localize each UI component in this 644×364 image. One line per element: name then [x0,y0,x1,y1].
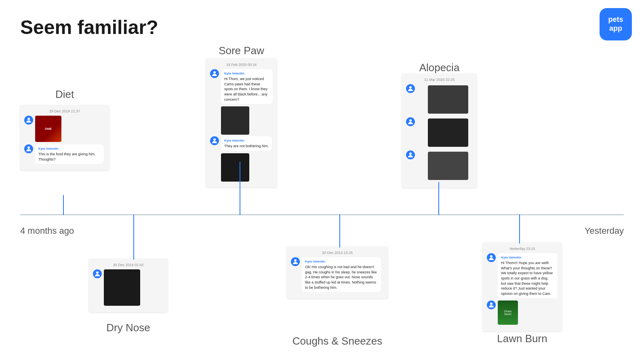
svg-point-8 [294,259,297,262]
svg-point-0 [27,118,30,120]
alopecia-row3 [406,150,473,181]
lawn-burn-label: Lawn Burn [483,332,562,345]
alopecia-img1 [428,85,468,114]
alopecia-timestamp: 11 Mar 2020 22:25 [406,78,473,82]
alopecia-connector [438,182,439,215]
svg-point-3 [213,138,216,141]
svg-point-4 [409,86,412,89]
timeline-line [20,214,624,215]
coughs-sneezes-avatar [291,257,300,266]
timeline-label-left: 4 months ago [20,226,74,236]
diet-avatar [24,116,33,125]
alopecia-row1 [406,84,473,115]
sore-paw-bubble: Kyla Valentin Hi Thom, we just noticed C… [221,69,273,104]
coughs-sneezes-card: 30 Dec 2019 23:25 Kyla Valentin Ok! His … [287,247,388,298]
coughs-sneezes-bubble: Kyla Valentin Ok! His coughing is not ba… [302,257,381,292]
diet-card: 29 Dec 2019 21:37 ONE Kyla Valentin This… [20,105,109,170]
dry-nose-avatar [93,269,102,278]
lawn-burn-supplement-image: GrassSaver [498,301,518,325]
diet-avatar2 [24,144,33,153]
sore-paw-img1 [221,106,249,135]
sore-paw-timestamp: 18 Feb 2020 00:24 [210,63,273,67]
lawn-burn-supplement-row: GrassSaver [487,301,558,325]
alopecia-avatar2 [406,117,415,126]
lawn-burn-avatar [487,253,496,262]
lawn-burn-card: Yesterday 23:15 Kyla Valentin Hi Thom!!!… [483,243,562,331]
svg-point-5 [409,119,412,122]
svg-point-9 [490,255,492,258]
diet-food-image: ONE [35,116,61,142]
dry-nose-card: 30 Dec 2019 02:42 [89,259,168,312]
sore-paw-avatar2 [210,136,219,145]
sore-paw-avatar [210,69,219,78]
svg-point-7 [96,271,99,274]
diet-connector [63,195,64,215]
page-title: Seem familiar? [20,16,158,38]
diet-timestamp: 29 Dec 2019 21:37 [24,109,105,113]
timeline-label-right: Yesterday [585,226,624,236]
alopecia-img3 [428,152,468,180]
svg-point-1 [27,146,30,149]
dry-nose-image-row [93,269,164,306]
sore-paw-label: Sore Paw [206,44,277,57]
alopecia-avatar1 [406,84,415,93]
diet-image-row: ONE [24,116,105,142]
alopecia-label: Alopecia [402,61,477,74]
sore-paw-reply-row: Kyla Valentin They are not bothering him… [210,136,273,151]
dry-nose-label: Dry Nose [89,322,168,334]
diet-message-row: Kyla Valentin This is the food they are … [24,144,105,164]
sore-paw-message-row: Kyla Valentin Hi Thom, we just noticed C… [210,69,273,104]
coughs-sneezes-label: Coughs & Sneezes [287,335,388,347]
svg-point-10 [490,303,492,305]
alopecia-card: 11 Mar 2020 22:25 [402,74,477,188]
coughs-sneezes-connector [339,214,340,248]
alopecia-img2 [428,119,468,147]
sore-paw-connector [240,162,240,215]
diet-bubble: Kyla Valentin This is the food they are … [35,144,104,164]
svg-point-2 [213,71,216,74]
alopecia-row2 [406,117,473,148]
dry-nose-image [104,269,140,306]
dry-nose-connector [133,214,134,260]
diet-label: Diet [20,88,109,101]
coughs-sneezes-row: Kyla Valentin Ok! His coughing is not ba… [291,257,384,292]
sore-paw-card: 18 Feb 2020 00:24 Kyla Valentin Hi Thom,… [206,59,277,187]
svg-point-6 [409,152,412,155]
pets-app-logo: pets app [600,8,632,40]
alopecia-avatar3 [406,150,415,159]
lawn-burn-avatar2 [487,301,496,309]
sore-paw-img2 [221,153,249,182]
coughs-sneezes-timestamp: 30 Dec 2019 23:25 [291,251,384,255]
lawn-burn-message-row: Kyla Valentin Hi Thom!!! Hope you are we… [487,253,558,298]
lawn-burn-connector [519,214,520,243]
lawn-burn-bubble: Kyla Valentin Hi Thom!!! Hope you are we… [498,253,558,298]
lawn-burn-timestamp: Yesterday 23:15 [487,247,558,251]
dry-nose-timestamp: 30 Dec 2019 02:42 [93,263,164,267]
sore-paw-reply-bubble: Kyla Valentin They are not bothering him… [221,136,272,151]
